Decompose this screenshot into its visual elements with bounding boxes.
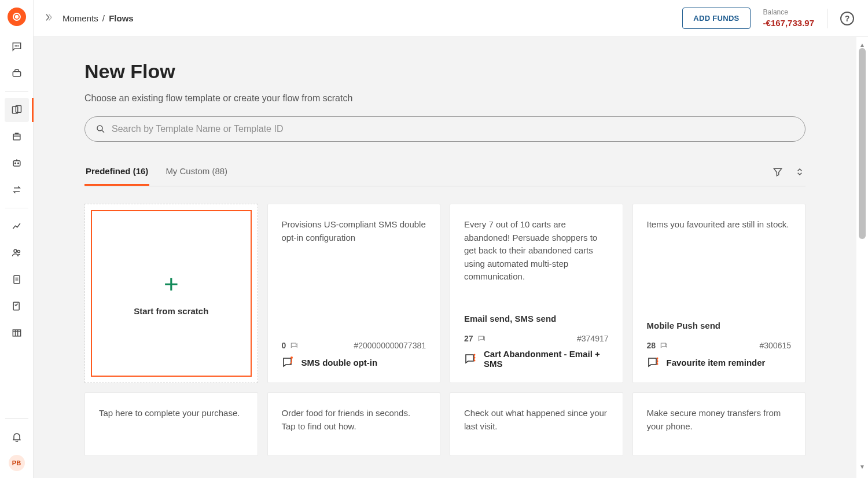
- add-funds-button[interactable]: ADD FUNDS: [682, 8, 750, 29]
- card-channels: Mobile Push send: [647, 321, 792, 330]
- svg-rect-5: [13, 72, 20, 76]
- page-subtitle: Choose an existing flow template or crea…: [84, 93, 806, 104]
- nav-chat-icon[interactable]: [5, 35, 29, 59]
- divider: [827, 9, 827, 28]
- card-count: 27: [464, 334, 486, 343]
- card-description: Make secure money transfers from your ph…: [647, 407, 792, 433]
- nav-grid-icon[interactable]: [5, 321, 29, 345]
- search-bar[interactable]: [84, 116, 806, 142]
- topbar: Moments / Flows ADD FUNDS Balance -€167,…: [34, 0, 868, 37]
- card-description: Order food for friends in seconds. Tap t…: [282, 407, 426, 433]
- plus-icon: +: [164, 271, 179, 297]
- nav-moments-icon[interactable]: [5, 98, 29, 122]
- svg-rect-16: [13, 330, 20, 336]
- card-id: #200000000077381: [354, 341, 426, 350]
- svg-point-18: [290, 356, 293, 359]
- help-icon[interactable]: ?: [840, 12, 854, 25]
- svg-point-17: [97, 126, 102, 131]
- svg-rect-14: [14, 275, 20, 283]
- card-description: Check out what happened since your last …: [464, 407, 609, 433]
- card-description: Every 7 out of 10 carts are abandoned! P…: [464, 218, 609, 284]
- breadcrumb-current: Flows: [109, 13, 134, 23]
- scroll-down-icon[interactable]: ▼: [859, 464, 865, 470]
- svg-point-11: [17, 163, 19, 164]
- svg-rect-8: [13, 134, 20, 140]
- breadcrumb: Moments / Flows: [62, 13, 134, 23]
- tabs: Predefined (16) My Custom (88): [84, 166, 806, 186]
- filter-icon[interactable]: [772, 166, 784, 180]
- nav-bell-icon[interactable]: [5, 425, 29, 449]
- search-icon: [95, 124, 106, 134]
- nav-broadcast-icon[interactable]: [5, 61, 29, 86]
- card-description: Items you favourited are still in stock.: [647, 218, 792, 231]
- card-title: SMS double opt-in: [301, 358, 378, 367]
- card-channels: Email send, SMS send: [464, 314, 609, 323]
- nav-exchange-icon[interactable]: [5, 178, 29, 202]
- template-card[interactable]: Provisions US-compliant SMS double opt-i…: [267, 204, 441, 383]
- nav-checklist-icon[interactable]: [5, 294, 29, 318]
- sort-icon[interactable]: [794, 166, 806, 180]
- svg-point-1: [15, 16, 18, 19]
- scrollbar[interactable]: ▲ ▼: [859, 42, 866, 470]
- card-description: Tap here to complete your purchase.: [99, 407, 244, 420]
- nav-analytics-icon[interactable]: [5, 214, 29, 238]
- card-title: Favourite item reminder: [667, 358, 766, 367]
- user-avatar[interactable]: PB: [9, 455, 25, 471]
- flow-icon: [282, 356, 296, 369]
- template-card[interactable]: Order food for friends in seconds. Tap t…: [267, 392, 441, 456]
- template-card[interactable]: Make secure money transfers from your ph…: [632, 392, 806, 456]
- card-id: #374917: [577, 334, 609, 343]
- svg-point-12: [14, 249, 17, 252]
- template-card[interactable]: Tap here to complete your purchase.: [84, 392, 258, 456]
- svg-point-10: [14, 163, 16, 164]
- breadcrumb-sep: /: [102, 13, 105, 23]
- tab-predefined[interactable]: Predefined (16): [84, 166, 149, 186]
- nav-people-icon[interactable]: [5, 241, 29, 265]
- svg-point-4: [18, 46, 19, 46]
- nav-package-icon[interactable]: [5, 124, 29, 149]
- sidebar-expand-icon[interactable]: [43, 12, 53, 25]
- card-start-from-scratch[interactable]: + Start from scratch: [84, 204, 258, 383]
- scratch-label: Start from scratch: [134, 306, 208, 316]
- template-card[interactable]: Check out what happened since your last …: [450, 392, 623, 456]
- card-id: #300615: [759, 341, 791, 350]
- card-count: 0: [282, 341, 299, 350]
- svg-rect-9: [13, 161, 20, 166]
- breadcrumb-parent[interactable]: Moments: [62, 13, 98, 23]
- scroll-thumb[interactable]: [859, 48, 866, 239]
- nav-doc-icon[interactable]: [5, 267, 29, 292]
- svg-rect-15: [13, 302, 19, 310]
- tab-my-custom[interactable]: My Custom (88): [164, 166, 229, 186]
- app-logo[interactable]: [0, 0, 34, 34]
- search-input[interactable]: [112, 124, 795, 134]
- balance-value: -€167,733.97: [763, 17, 814, 29]
- template-card[interactable]: Items you favourited are still in stock.…: [632, 204, 806, 383]
- card-title: Cart Abandonment - Email + SMS: [484, 349, 609, 369]
- main-content: New Flow Choose an existing flow templat…: [34, 37, 856, 478]
- flow-icon: [464, 352, 478, 365]
- card-count: 28: [647, 341, 669, 350]
- scroll-up-icon[interactable]: ▲: [859, 42, 865, 48]
- card-description: Provisions US-compliant SMS double opt-i…: [282, 218, 426, 244]
- balance-block: Balance -€167,733.97: [763, 8, 814, 28]
- svg-point-13: [17, 250, 20, 252]
- flow-icon: [647, 356, 661, 369]
- sidebar: PB: [0, 0, 34, 478]
- svg-point-3: [16, 46, 17, 46]
- page-title: New Flow: [84, 60, 806, 83]
- svg-point-2: [15, 46, 16, 46]
- balance-label: Balance: [763, 8, 814, 17]
- template-card[interactable]: Every 7 out of 10 carts are abandoned! P…: [450, 204, 623, 383]
- nav-bot-icon[interactable]: [5, 151, 29, 175]
